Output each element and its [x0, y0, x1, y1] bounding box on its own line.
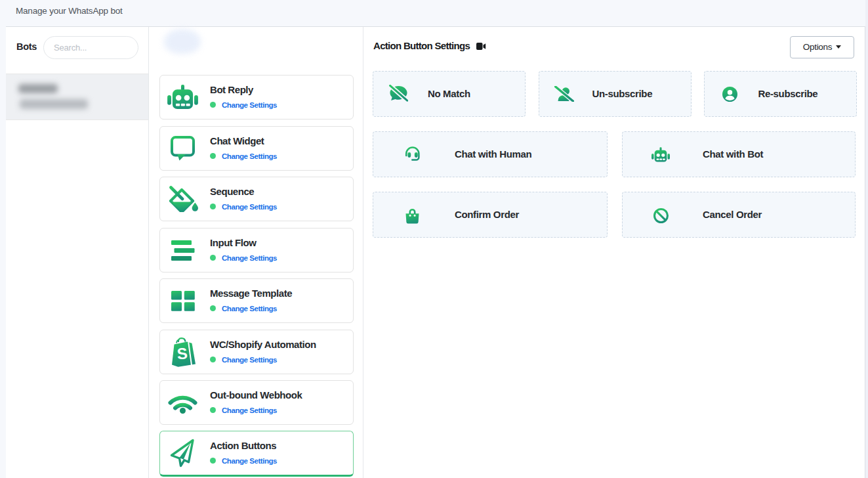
svg-text:S: S	[176, 344, 188, 362]
